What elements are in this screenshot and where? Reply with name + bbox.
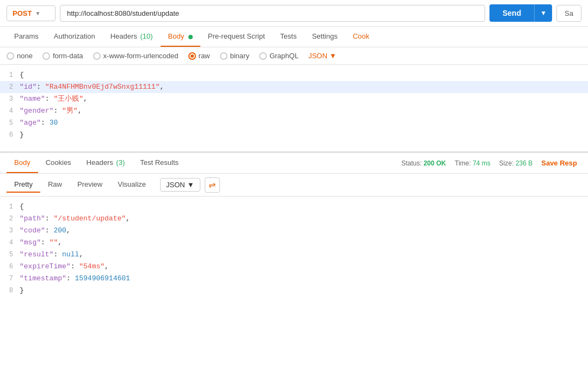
radio-form-data-label: form-data [53, 52, 83, 60]
resp-tab-test-results[interactable]: Test Results [132, 153, 186, 173]
request-body-editor[interactable]: 1 { 2 "id": "Ra4NFHMBnv0Ejd7wSnxg11111",… [0, 65, 588, 152]
json-format-select[interactable]: JSON ▼ [308, 52, 336, 60]
size-label: Size: 236 B [499, 159, 532, 167]
resp-format-chevron-icon: ▼ [187, 181, 194, 189]
resp-format-select[interactable]: JSON ▼ [160, 178, 200, 192]
fmt-tab-raw[interactable]: Raw [40, 177, 70, 193]
radio-graphql-label: GraphQL [270, 52, 298, 60]
status-value: 200 OK [424, 159, 446, 167]
json-format-chevron-icon: ▼ [329, 52, 336, 60]
resp-line-2: 2 "path": "/student/update", [0, 213, 588, 225]
toolbar: POST ▼ Send ▼ Sa [0, 0, 588, 27]
radio-x-www-circle [93, 52, 101, 60]
resp-line-5: 5 "result": null, [0, 249, 588, 261]
radio-raw[interactable]: raw [188, 52, 210, 60]
method-label: POST [13, 9, 32, 17]
req-line-3: 3 "name": "王小贱", [0, 93, 588, 105]
save-response-button[interactable]: Save Resp [541, 159, 577, 167]
save-button[interactable]: Sa [556, 5, 581, 22]
resp-headers-badge: (3) [116, 158, 125, 167]
wrap-icon[interactable]: ⇌ [205, 177, 220, 193]
radio-raw-circle [188, 52, 196, 60]
req-line-5: 5 "age": 30 [0, 117, 588, 129]
tab-body[interactable]: Body [161, 27, 200, 47]
req-line-2: 2 "id": "Ra4NFHMBnv0Ejd7wSnxg11111", [0, 81, 588, 93]
json-format-label: JSON [308, 52, 327, 60]
radio-x-www[interactable]: x-www-form-urlencoded [93, 52, 179, 60]
send-button[interactable]: Send [489, 4, 534, 22]
radio-graphql[interactable]: GraphQL [259, 52, 298, 60]
tab-headers[interactable]: Headers (10) [103, 27, 161, 47]
tab-cookies[interactable]: Cook [345, 27, 377, 47]
tab-settings[interactable]: Settings [304, 27, 345, 47]
response-format-bar: Pretty Raw Preview Visualize JSON ▼ ⇌ [0, 174, 588, 196]
body-indicator [188, 35, 193, 39]
radio-graphql-circle [259, 52, 267, 60]
response-meta: Status: 200 OK Time: 74 ms Size: 236 B S… [401, 159, 581, 167]
size-value: 236 B [516, 159, 532, 167]
resp-line-7: 7 "timestamp": 1594906914601 [0, 273, 588, 285]
method-select[interactable]: POST ▼ [7, 5, 56, 21]
radio-binary-label: binary [230, 52, 249, 60]
method-chevron-icon: ▼ [35, 10, 40, 16]
response-tabs-bar: Body Cookies Headers (3) Test Results St… [0, 153, 588, 174]
resp-tab-headers[interactable]: Headers (3) [79, 153, 133, 173]
resp-tab-cookies[interactable]: Cookies [38, 153, 79, 173]
url-input[interactable] [60, 5, 485, 22]
request-tabs: Params Authorization Headers (10) Body P… [0, 27, 588, 47]
tab-tests[interactable]: Tests [273, 27, 304, 47]
resp-tab-body[interactable]: Body [7, 153, 38, 173]
radio-form-data-circle [42, 52, 50, 60]
radio-x-www-label: x-www-form-urlencoded [103, 52, 179, 60]
radio-none[interactable]: none [7, 52, 33, 60]
radio-none-label: none [17, 52, 33, 60]
tab-authorization[interactable]: Authorization [46, 27, 103, 47]
radio-binary[interactable]: binary [220, 52, 249, 60]
status-label: Status: 200 OK [401, 159, 446, 167]
headers-badge: (10) [140, 32, 152, 40]
fmt-tab-preview[interactable]: Preview [70, 177, 110, 193]
time-value: 74 ms [473, 159, 491, 167]
req-line-1: 1 { [0, 69, 588, 81]
send-button-group: Send ▼ [489, 4, 552, 22]
tab-prerequest[interactable]: Pre-request Script [200, 27, 273, 47]
radio-form-data[interactable]: form-data [42, 52, 83, 60]
response-section: Body Cookies Headers (3) Test Results St… [0, 152, 588, 301]
radio-none-circle [7, 52, 14, 60]
resp-line-6: 6 "expireTime": "54ms", [0, 261, 588, 273]
resp-line-4: 4 "msg": "", [0, 237, 588, 249]
resp-format-label: JSON [166, 181, 185, 189]
req-line-4: 4 "gender": "男", [0, 105, 588, 117]
tab-params[interactable]: Params [7, 27, 46, 47]
time-label: Time: 74 ms [455, 159, 491, 167]
body-type-row: none form-data x-www-form-urlencoded raw… [0, 47, 588, 65]
resp-line-3: 3 "code": 200, [0, 225, 588, 237]
send-dropdown-button[interactable]: ▼ [534, 4, 552, 22]
radio-binary-circle [220, 52, 228, 60]
radio-raw-label: raw [199, 52, 210, 60]
response-body-code: 1 { 2 "path": "/student/update", 3 "code… [0, 196, 588, 301]
fmt-tab-visualize[interactable]: Visualize [110, 177, 154, 193]
resp-line-8: 8 } [0, 285, 588, 297]
req-line-6: 6 } [0, 129, 588, 141]
fmt-tab-pretty[interactable]: Pretty [7, 177, 40, 193]
resp-line-1: 1 { [0, 201, 588, 213]
